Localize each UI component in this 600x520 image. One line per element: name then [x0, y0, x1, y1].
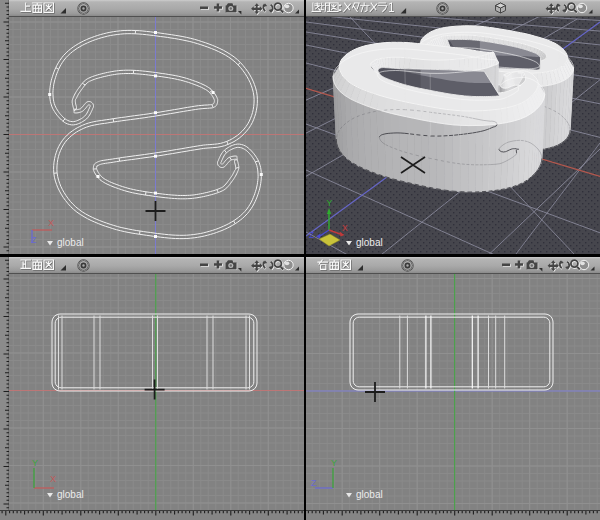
svg-text:Z: Z — [309, 230, 314, 240]
svg-text:global: global — [356, 489, 383, 500]
svg-text:Z: Z — [311, 478, 317, 488]
svg-text:global: global — [57, 489, 84, 500]
svg-text:Y: Y — [32, 458, 38, 468]
svg-text:Y: Y — [331, 458, 337, 468]
svg-text:Y: Y — [326, 198, 332, 208]
svg-text:X: X — [342, 223, 348, 233]
svg-text:X: X — [50, 474, 56, 484]
svg-text:Z: Z — [31, 235, 37, 245]
svg-text:global: global — [356, 237, 383, 248]
svg-text:global: global — [57, 237, 84, 248]
svg-text:X: X — [48, 218, 54, 228]
